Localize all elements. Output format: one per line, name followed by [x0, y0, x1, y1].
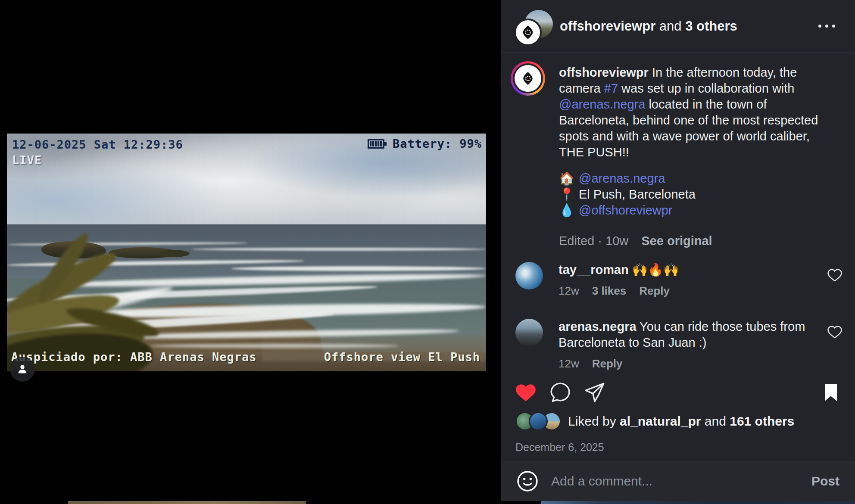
channel-watermark: Offshore view El Push: [324, 350, 480, 364]
next-post-sliver: [68, 501, 306, 504]
liker-avatars[interactable]: [515, 412, 561, 431]
post-header: offshoreviewpr and 3 others: [501, 0, 855, 53]
comment-time: 12w: [559, 284, 579, 298]
comment-row: arenas.negra You can ride those tubes fr…: [501, 319, 855, 371]
caption-author-avatar[interactable]: [515, 65, 541, 92]
comment-like-icon[interactable]: [827, 267, 842, 282]
post-details-panel: offshoreviewpr and 3 others: [501, 0, 855, 501]
mention-link[interactable]: #7: [604, 81, 618, 95]
instagram-post-modal: 12-06-2025 Sat 12:29:36 LIVE Battery: 99…: [0, 0, 855, 504]
save-icon[interactable]: [821, 382, 841, 403]
next-post-sliver: [541, 501, 855, 504]
header-avatar-group[interactable]: [514, 5, 555, 48]
comment-composer: Post: [501, 461, 855, 501]
comment-text: tay__roman 🙌🔥🙌: [559, 262, 817, 278]
offshoreviewpr-logo-icon: [519, 24, 537, 41]
comment-likes-count[interactable]: 3 likes: [592, 284, 627, 298]
battery-icon: [368, 139, 387, 149]
comment-avatar[interactable]: [515, 262, 543, 289]
caption-text: offshoreviewpr In the afternoon today, t…: [559, 65, 833, 160]
comment-like-icon[interactable]: [827, 324, 842, 339]
mention-link[interactable]: @offshoreviewpr: [579, 203, 673, 217]
tagged-users-badge[interactable]: [10, 357, 35, 382]
action-bar: [501, 382, 855, 403]
location-line: 🏠@arenas.negra: [559, 171, 833, 187]
share-icon[interactable]: [584, 382, 605, 403]
post-date: December 6, 2025: [515, 441, 604, 454]
person-icon: [16, 363, 29, 376]
emoji-icon[interactable]: [517, 470, 538, 492]
webcam-photo[interactable]: 12-06-2025 Sat 12:29:36 LIVE Battery: 99…: [7, 134, 486, 371]
caption-block: offshoreviewpr In the afternoon today, t…: [501, 53, 855, 249]
see-original-link[interactable]: See original: [641, 234, 712, 248]
post-title[interactable]: offshoreviewpr and 3 others: [560, 19, 737, 34]
liker-avatar[interactable]: [529, 412, 548, 431]
like-icon[interactable]: [515, 382, 537, 403]
comment-time: 12w: [559, 357, 579, 371]
sponsor-watermark: Auspiciado por: ABB Arenas Negras: [11, 350, 256, 364]
more-options-icon[interactable]: [814, 20, 839, 32]
camera-timestamp: 12-06-2025 Sat 12:29:36: [12, 138, 183, 151]
photo-stage: 12-06-2025 Sat 12:29:36 LIVE Battery: 99…: [0, 0, 501, 504]
droplet-emoji-icon: 💧: [559, 202, 579, 218]
comments-scroll-area[interactable]: offshoreviewpr In the afternoon today, t…: [501, 53, 855, 371]
battery-label: Battery: 99%: [393, 137, 482, 150]
comment-reply-button[interactable]: Reply: [639, 284, 670, 298]
house-emoji-icon: 🏠: [559, 171, 579, 187]
post-author-avatar[interactable]: [514, 19, 542, 46]
mention-link[interactable]: @arenas.negra: [579, 171, 665, 185]
comment-reply-button[interactable]: Reply: [592, 357, 623, 371]
location-line: 📍El Push, Barceloneta: [559, 187, 833, 202]
story-ring[interactable]: [511, 61, 545, 96]
live-label: LIVE: [12, 153, 42, 167]
pin-emoji-icon: 📍: [559, 187, 579, 202]
caption-location-lines: 🏠@arenas.negra 📍El Push, Barceloneta 💧@o…: [559, 171, 833, 218]
mention-link[interactable]: @arenas.negra: [559, 97, 645, 111]
post-button[interactable]: Post: [811, 474, 839, 488]
battery-status: Battery: 99%: [368, 137, 482, 150]
edited-row: Edited · 10w See original: [559, 233, 833, 249]
rock-small: [159, 250, 190, 257]
comment-row: tay__roman 🙌🔥🙌 12w 3 likes Reply: [501, 262, 855, 298]
liked-by-text[interactable]: Liked by al_natural_pr and 161 others: [568, 414, 794, 429]
comment-avatar[interactable]: [515, 319, 543, 346]
offshoreviewpr-logo-icon: [520, 70, 536, 87]
comment-text: arenas.negra You can ride those tubes fr…: [559, 319, 817, 351]
comment-icon[interactable]: [549, 382, 571, 403]
comment-input[interactable]: [551, 474, 811, 488]
caption-body: offshoreviewpr In the afternoon today, t…: [559, 65, 833, 249]
location-line: 💧@offshoreviewpr: [559, 202, 833, 218]
edited-label: Edited · 10w: [559, 234, 628, 248]
liked-by-row: Liked by al_natural_pr and 161 others: [515, 412, 842, 431]
